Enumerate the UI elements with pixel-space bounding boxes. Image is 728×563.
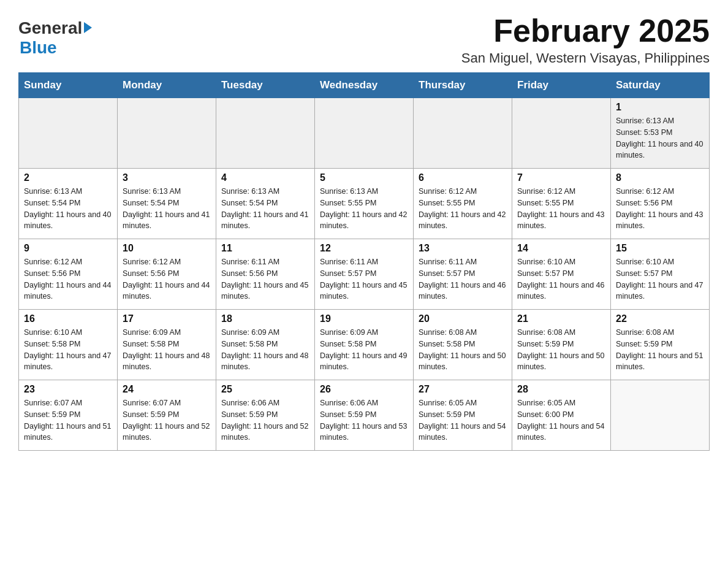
sunset-text: Sunset: 5:57 PM bbox=[616, 269, 672, 278]
day-info: Sunrise: 6:12 AMSunset: 5:56 PMDaylight:… bbox=[123, 256, 211, 302]
day-info: Sunrise: 6:12 AMSunset: 5:56 PMDaylight:… bbox=[24, 256, 112, 302]
sunrise-text: Sunrise: 6:13 AM bbox=[123, 187, 181, 196]
calendar-cell-w3-d4: 12Sunrise: 6:11 AMSunset: 5:57 PMDayligh… bbox=[315, 239, 414, 310]
day-number: 15 bbox=[616, 243, 704, 254]
day-info: Sunrise: 6:06 AMSunset: 5:59 PMDaylight:… bbox=[320, 397, 408, 443]
sunrise-text: Sunrise: 6:13 AM bbox=[616, 117, 674, 125]
day-info: Sunrise: 6:06 AMSunset: 5:59 PMDaylight:… bbox=[221, 397, 309, 443]
logo-general-text: General bbox=[18, 18, 82, 38]
day-number: 12 bbox=[320, 243, 408, 254]
sunset-text: Sunset: 5:57 PM bbox=[517, 269, 574, 278]
sunset-text: Sunset: 5:58 PM bbox=[221, 340, 278, 348]
day-info: Sunrise: 6:13 AMSunset: 5:54 PMDaylight:… bbox=[24, 186, 112, 232]
calendar-cell-w2-d4: 5Sunrise: 6:13 AMSunset: 5:55 PMDaylight… bbox=[315, 169, 414, 239]
sunset-text: Sunset: 5:59 PM bbox=[320, 410, 376, 419]
calendar-cell-w2-d2: 3Sunrise: 6:13 AMSunset: 5:54 PMDaylight… bbox=[118, 169, 216, 239]
sunset-text: Sunset: 6:00 PM bbox=[517, 410, 574, 419]
day-number: 9 bbox=[24, 243, 112, 254]
calendar-cell-w3-d2: 10Sunrise: 6:12 AMSunset: 5:56 PMDayligh… bbox=[118, 239, 216, 310]
day-number: 17 bbox=[123, 313, 211, 324]
col-tuesday: Tuesday bbox=[216, 73, 315, 98]
daylight-text: Daylight: 11 hours and 44 minutes. bbox=[24, 281, 111, 301]
sunset-text: Sunset: 5:59 PM bbox=[221, 410, 278, 419]
daylight-text: Daylight: 11 hours and 51 minutes. bbox=[24, 422, 111, 442]
calendar-cell-w2-d5: 6Sunrise: 6:12 AMSunset: 5:55 PMDaylight… bbox=[414, 169, 512, 239]
calendar-cell-w2-d7: 8Sunrise: 6:12 AMSunset: 5:56 PMDaylight… bbox=[611, 169, 710, 239]
day-number: 2 bbox=[24, 172, 112, 183]
sunrise-text: Sunrise: 6:12 AM bbox=[24, 258, 82, 266]
sunset-text: Sunset: 5:53 PM bbox=[616, 128, 672, 137]
day-number: 16 bbox=[24, 313, 112, 324]
col-friday: Friday bbox=[512, 73, 611, 98]
daylight-text: Daylight: 11 hours and 48 minutes. bbox=[123, 351, 210, 372]
title-section: February 2025 San Miguel, Western Visaya… bbox=[461, 12, 710, 66]
calendar-cell-w3-d3: 11Sunrise: 6:11 AMSunset: 5:56 PMDayligh… bbox=[216, 239, 315, 310]
sunrise-text: Sunrise: 6:08 AM bbox=[517, 328, 575, 337]
day-number: 14 bbox=[517, 243, 605, 254]
daylight-text: Daylight: 11 hours and 41 minutes. bbox=[221, 210, 308, 231]
sunrise-text: Sunrise: 6:11 AM bbox=[320, 258, 378, 266]
sunrise-text: Sunrise: 6:12 AM bbox=[517, 187, 575, 196]
day-number: 3 bbox=[123, 172, 211, 183]
sunrise-text: Sunrise: 6:13 AM bbox=[320, 187, 378, 196]
calendar-cell-w1-d2 bbox=[118, 98, 216, 169]
day-info: Sunrise: 6:07 AMSunset: 5:59 PMDaylight:… bbox=[24, 397, 112, 443]
daylight-text: Daylight: 11 hours and 46 minutes. bbox=[419, 281, 506, 301]
day-number: 21 bbox=[517, 313, 605, 324]
day-info: Sunrise: 6:09 AMSunset: 5:58 PMDaylight:… bbox=[320, 327, 408, 373]
calendar-cell-w3-d5: 13Sunrise: 6:11 AMSunset: 5:57 PMDayligh… bbox=[414, 239, 512, 310]
day-info: Sunrise: 6:09 AMSunset: 5:58 PMDaylight:… bbox=[123, 327, 211, 373]
day-number: 25 bbox=[221, 384, 309, 395]
sunrise-text: Sunrise: 6:12 AM bbox=[419, 187, 477, 196]
sunrise-text: Sunrise: 6:11 AM bbox=[419, 258, 477, 266]
sunrise-text: Sunrise: 6:08 AM bbox=[616, 328, 674, 337]
calendar-cell-w1-d1 bbox=[19, 98, 118, 169]
day-number: 23 bbox=[24, 384, 112, 395]
daylight-text: Daylight: 11 hours and 47 minutes. bbox=[24, 351, 111, 372]
day-number: 1 bbox=[616, 102, 704, 113]
day-number: 6 bbox=[419, 172, 507, 183]
sunset-text: Sunset: 5:59 PM bbox=[123, 410, 179, 419]
day-info: Sunrise: 6:10 AMSunset: 5:57 PMDaylight:… bbox=[616, 256, 704, 302]
calendar-cell-w4-d7: 22Sunrise: 6:08 AMSunset: 5:59 PMDayligh… bbox=[611, 310, 710, 380]
day-number: 26 bbox=[320, 384, 408, 395]
location-subtitle: San Miguel, Western Visayas, Philippines bbox=[461, 50, 710, 66]
day-number: 5 bbox=[320, 172, 408, 183]
calendar-cell-w2-d3: 4Sunrise: 6:13 AMSunset: 5:54 PMDaylight… bbox=[216, 169, 315, 239]
daylight-text: Daylight: 11 hours and 53 minutes. bbox=[320, 422, 407, 442]
calendar-cell-w3-d7: 15Sunrise: 6:10 AMSunset: 5:57 PMDayligh… bbox=[611, 239, 710, 310]
day-info: Sunrise: 6:10 AMSunset: 5:58 PMDaylight:… bbox=[24, 327, 112, 373]
day-info: Sunrise: 6:08 AMSunset: 5:58 PMDaylight:… bbox=[419, 327, 507, 373]
calendar-week-2: 2Sunrise: 6:13 AMSunset: 5:54 PMDaylight… bbox=[19, 169, 710, 239]
daylight-text: Daylight: 11 hours and 47 minutes. bbox=[616, 281, 703, 301]
sunrise-text: Sunrise: 6:10 AM bbox=[517, 258, 575, 266]
col-wednesday: Wednesday bbox=[315, 73, 414, 98]
calendar-cell-w5-d3: 25Sunrise: 6:06 AMSunset: 5:59 PMDayligh… bbox=[216, 380, 315, 451]
logo-blue-text: Blue bbox=[20, 38, 57, 57]
daylight-text: Daylight: 11 hours and 40 minutes. bbox=[24, 210, 111, 231]
day-info: Sunrise: 6:13 AMSunset: 5:54 PMDaylight:… bbox=[123, 186, 211, 232]
sunset-text: Sunset: 5:57 PM bbox=[320, 269, 376, 278]
daylight-text: Daylight: 11 hours and 44 minutes. bbox=[123, 281, 210, 301]
daylight-text: Daylight: 11 hours and 42 minutes. bbox=[419, 210, 506, 231]
day-number: 28 bbox=[517, 384, 605, 395]
day-info: Sunrise: 6:11 AMSunset: 5:57 PMDaylight:… bbox=[419, 256, 507, 302]
sunset-text: Sunset: 5:58 PM bbox=[123, 340, 179, 348]
col-sunday: Sunday bbox=[19, 73, 118, 98]
sunset-text: Sunset: 5:56 PM bbox=[221, 269, 278, 278]
calendar-table: Sunday Monday Tuesday Wednesday Thursday… bbox=[18, 72, 710, 451]
day-number: 7 bbox=[517, 172, 605, 183]
calendar-cell-w5-d4: 26Sunrise: 6:06 AMSunset: 5:59 PMDayligh… bbox=[315, 380, 414, 451]
day-info: Sunrise: 6:10 AMSunset: 5:57 PMDaylight:… bbox=[517, 256, 605, 302]
page-header: General Blue February 2025 San Miguel, W… bbox=[18, 12, 710, 66]
sunrise-text: Sunrise: 6:12 AM bbox=[123, 258, 181, 266]
day-info: Sunrise: 6:12 AMSunset: 5:56 PMDaylight:… bbox=[616, 186, 704, 232]
logo: General Blue bbox=[18, 12, 92, 58]
calendar-cell-w1-d4 bbox=[315, 98, 414, 169]
day-number: 22 bbox=[616, 313, 704, 324]
daylight-text: Daylight: 11 hours and 45 minutes. bbox=[320, 281, 407, 301]
sunrise-text: Sunrise: 6:07 AM bbox=[123, 399, 181, 407]
sunset-text: Sunset: 5:55 PM bbox=[320, 199, 376, 207]
day-number: 11 bbox=[221, 243, 309, 254]
day-number: 20 bbox=[419, 313, 507, 324]
